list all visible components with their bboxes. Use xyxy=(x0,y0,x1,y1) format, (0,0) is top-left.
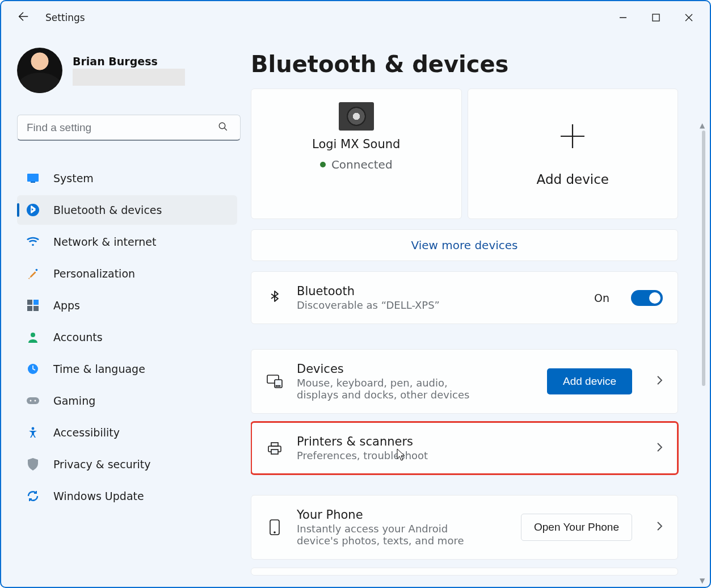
gamepad-icon xyxy=(26,394,40,408)
bluetooth-toggle[interactable] xyxy=(631,290,663,306)
display-icon xyxy=(26,171,40,185)
sidebar-item-label: Gaming xyxy=(53,394,95,407)
row-your-phone[interactable]: Your Phone Instantly access your Android… xyxy=(251,495,678,560)
sidebar-item-bluetooth-devices[interactable]: Bluetooth & devices xyxy=(17,195,237,225)
main-scroll[interactable]: Logi MX Sound Connected Add device xyxy=(251,89,706,587)
add-device-card[interactable]: Add device xyxy=(468,89,679,219)
close-button[interactable] xyxy=(672,5,705,31)
svg-rect-6 xyxy=(27,300,32,305)
sidebar-item-label: Time & language xyxy=(53,363,145,375)
row-printers-scanners[interactable]: Printers & scanners Preferences, trouble… xyxy=(251,422,678,474)
printer-icon xyxy=(266,442,283,455)
svg-rect-3 xyxy=(31,182,35,183)
svg-point-13 xyxy=(30,400,32,402)
titlebar: Settings xyxy=(1,1,710,34)
paintbrush-icon xyxy=(26,267,40,280)
search-icon xyxy=(218,121,228,134)
status-dot-icon xyxy=(320,162,326,167)
chevron-right-icon xyxy=(656,442,663,455)
device-card[interactable]: Logi MX Sound Connected xyxy=(251,89,462,219)
sidebar-item-privacy-security[interactable]: Privacy & security xyxy=(17,450,237,479)
sidebar-item-label: Windows Update xyxy=(53,490,144,502)
user-profile[interactable]: Brian Burgess xyxy=(17,48,237,93)
sidebar-item-accounts[interactable]: Accounts xyxy=(17,322,237,352)
device-status: Connected xyxy=(320,158,393,171)
add-device-label: Add device xyxy=(537,172,609,187)
clock-globe-icon xyxy=(26,362,40,376)
sidebar-item-system[interactable]: System xyxy=(17,163,237,193)
search-input[interactable] xyxy=(17,115,241,141)
svg-point-5 xyxy=(36,269,38,271)
sidebar-item-label: Privacy & security xyxy=(53,458,151,471)
row-bluetooth[interactable]: Bluetooth Discoverable as “DELL-XPS” On xyxy=(251,271,678,324)
user-name: Brian Burgess xyxy=(73,55,185,68)
svg-point-10 xyxy=(31,333,35,337)
scrollbar-thumb[interactable] xyxy=(702,131,705,386)
row-subtitle: Preferences, troubleshoot xyxy=(297,450,541,461)
svg-point-14 xyxy=(35,400,36,402)
row-peek xyxy=(251,568,678,576)
add-device-button[interactable]: Add device xyxy=(547,368,632,394)
scroll-up-icon[interactable]: ▲ xyxy=(700,121,705,129)
minimize-button[interactable] xyxy=(607,5,640,31)
scrollbar[interactable]: ▲ ▼ xyxy=(701,125,706,581)
svg-point-20 xyxy=(279,385,280,387)
row-title: Your Phone xyxy=(297,508,507,522)
sidebar-item-label: System xyxy=(53,172,94,184)
search-field[interactable] xyxy=(17,115,237,141)
sidebar-item-label: Accounts xyxy=(53,331,103,343)
svg-point-1 xyxy=(219,123,225,129)
speaker-icon xyxy=(339,102,374,131)
svg-point-25 xyxy=(274,532,275,533)
phone-icon xyxy=(266,519,283,535)
scroll-down-icon[interactable]: ▼ xyxy=(700,577,705,585)
row-devices[interactable]: Devices Mouse, keyboard, pen, audio, dis… xyxy=(251,349,678,414)
bluetooth-icon xyxy=(266,290,283,306)
sidebar-item-windows-update[interactable]: Windows Update xyxy=(17,481,237,511)
sidebar-item-label: Bluetooth & devices xyxy=(53,204,162,216)
device-name: Logi MX Sound xyxy=(312,137,400,151)
row-title: Devices xyxy=(297,362,533,376)
view-more-devices-link[interactable]: View more devices xyxy=(251,229,678,261)
window-title: Settings xyxy=(45,12,85,23)
sidebar-item-label: Network & internet xyxy=(53,236,156,248)
row-title: Printers & scanners xyxy=(297,435,632,448)
svg-rect-2 xyxy=(27,174,39,182)
back-button[interactable] xyxy=(17,10,30,25)
svg-rect-7 xyxy=(33,300,39,305)
chevron-right-icon xyxy=(656,521,663,534)
svg-rect-9 xyxy=(33,306,39,311)
sidebar-item-gaming[interactable]: Gaming xyxy=(17,386,237,415)
maximize-button[interactable] xyxy=(640,5,672,31)
sidebar-item-apps[interactable]: Apps xyxy=(17,291,237,320)
chevron-right-icon xyxy=(656,375,663,388)
sidebar-item-accessibility[interactable]: Accessibility xyxy=(17,418,237,447)
open-your-phone-button[interactable]: Open Your Phone xyxy=(521,514,632,541)
sidebar-item-time-language[interactable]: Time & language xyxy=(17,354,237,384)
sidebar-item-network[interactable]: Network & internet xyxy=(17,227,237,257)
user-email-redacted xyxy=(73,69,185,86)
accessibility-icon xyxy=(26,426,40,439)
apps-icon xyxy=(26,299,40,312)
sidebar-item-label: Accessibility xyxy=(53,426,120,439)
sidebar-item-personalization[interactable]: Personalization xyxy=(17,259,237,288)
devices-icon xyxy=(266,375,283,388)
shield-icon xyxy=(26,457,40,471)
svg-point-19 xyxy=(277,385,279,387)
wifi-icon xyxy=(26,235,40,249)
row-subtitle: Instantly access your Android device's p… xyxy=(297,523,484,547)
settings-window: Settings Brian Burgess xyxy=(0,0,711,588)
svg-rect-0 xyxy=(653,14,659,21)
svg-rect-23 xyxy=(271,450,278,454)
page-title: Bluetooth & devices xyxy=(251,34,706,89)
plus-icon xyxy=(557,121,588,154)
row-subtitle: Mouse, keyboard, pen, audio, displays an… xyxy=(297,377,484,401)
person-icon xyxy=(26,330,40,344)
main-panel: Bluetooth & devices Logi MX Sound Connec… xyxy=(251,34,710,587)
sidebar-item-label: Personalization xyxy=(53,267,135,280)
update-icon xyxy=(26,489,40,503)
sidebar-item-label: Apps xyxy=(53,299,80,312)
avatar xyxy=(17,48,62,93)
svg-point-18 xyxy=(276,385,277,387)
row-title: Bluetooth xyxy=(297,284,580,298)
